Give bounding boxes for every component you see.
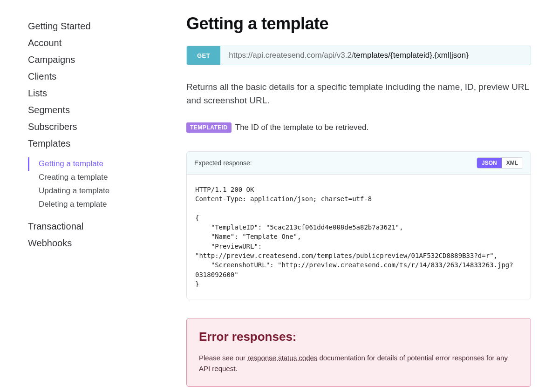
sidebar-sub-updating-a-template[interactable]: Updating a template: [29, 184, 186, 198]
sidebar-item-segments[interactable]: Segments: [28, 101, 186, 118]
response-card-header: Expected response: JSON XML: [187, 152, 531, 175]
error-responses-title: Error responses:: [199, 330, 518, 344]
sidebar-sub-templates: Getting a template Creating a template U…: [28, 157, 186, 218]
sidebar-sub-creating-a-template[interactable]: Creating a template: [29, 171, 186, 184]
main-content: Getting a template GET https://api.creat…: [186, 14, 531, 387]
endpoint-description: Returns all the basic details for a spec…: [186, 80, 531, 108]
tab-xml[interactable]: XML: [502, 158, 523, 168]
sidebar-item-transactional[interactable]: Transactional: [28, 218, 186, 235]
http-method-badge: GET: [187, 46, 220, 65]
error-text-pre: Please see our: [199, 354, 247, 362]
endpoint-url-base: https://api.createsend.com/api/v3.2/: [229, 51, 354, 60]
sidebar-item-getting-started[interactable]: Getting Started: [28, 18, 186, 34]
param-description: The ID of the template to be retrieved.: [235, 123, 368, 132]
response-body: HTTP/1.1 200 OK Content-Type: applicatio…: [187, 175, 531, 299]
endpoint-bar: GET https://api.createsend.com/api/v3.2/…: [186, 46, 531, 65]
sidebar-nav: Getting Started Account Campaigns Client…: [28, 14, 186, 251]
error-responses-text: Please see our response status codes doc…: [199, 352, 518, 374]
sidebar-item-clients[interactable]: Clients: [28, 68, 186, 85]
tab-json[interactable]: JSON: [477, 158, 502, 168]
sidebar-sub-deleting-a-template[interactable]: Deleting a template: [29, 198, 186, 211]
response-card-label: Expected response:: [194, 159, 252, 167]
sidebar-item-templates[interactable]: Templates: [28, 135, 186, 152]
response-format-tabs: JSON XML: [477, 157, 523, 169]
endpoint-url: https://api.createsend.com/api/v3.2/temp…: [220, 46, 477, 65]
response-status-codes-link[interactable]: response status codes: [247, 354, 317, 362]
endpoint-url-path: templates/{templateid}.{xml|json}: [354, 51, 469, 60]
param-row: TEMPLATEIDThe ID of the template to be r…: [186, 122, 531, 133]
page-title: Getting a template: [186, 14, 531, 34]
error-responses-box: Error responses: Please see our response…: [186, 318, 531, 387]
sidebar-item-webhooks[interactable]: Webhooks: [28, 235, 186, 251]
sidebar-sub-getting-a-template[interactable]: Getting a template: [28, 157, 186, 171]
response-card: Expected response: JSON XML HTTP/1.1 200…: [186, 151, 531, 299]
sidebar-item-campaigns[interactable]: Campaigns: [28, 51, 186, 68]
param-name-badge: TEMPLATEID: [186, 122, 232, 133]
sidebar-item-account[interactable]: Account: [28, 34, 186, 51]
sidebar-item-lists[interactable]: Lists: [28, 85, 186, 101]
sidebar-item-subscribers[interactable]: Subscribers: [28, 118, 186, 135]
